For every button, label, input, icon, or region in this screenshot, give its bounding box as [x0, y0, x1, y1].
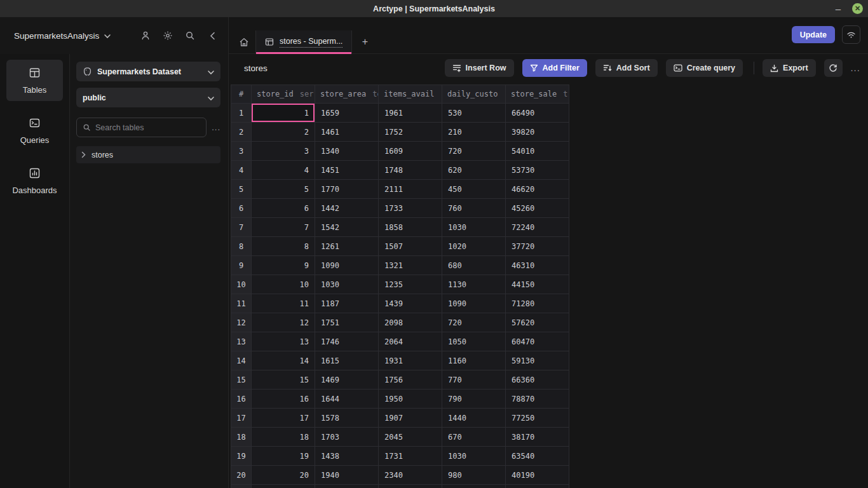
table-cell[interactable]: 720 — [442, 313, 506, 332]
table-cell[interactable]: 37720 — [506, 237, 569, 256]
column-header-store-id[interactable]: store_id ser — [252, 85, 315, 104]
table-cell[interactable]: 1090 — [315, 256, 379, 275]
table-cell[interactable]: 9 — [252, 256, 315, 275]
table-cell[interactable]: 2045 — [379, 428, 442, 447]
column-header-items-avail[interactable]: items_avail — [379, 85, 442, 104]
table-cell[interactable]: 4 — [252, 161, 315, 180]
table-cell[interactable]: 44150 — [506, 275, 569, 294]
export-button[interactable]: Export — [763, 59, 816, 77]
table-cell[interactable]: 1340 — [315, 142, 379, 161]
table-cell[interactable]: 7 — [252, 218, 315, 237]
table-cell[interactable]: 46620 — [506, 180, 569, 199]
table-cell[interactable]: 1752 — [379, 123, 442, 142]
account-icon[interactable] — [139, 29, 153, 43]
table-cell[interactable] — [252, 485, 315, 488]
table-cell[interactable]: 1950 — [379, 390, 442, 409]
table-cell[interactable]: 14 — [252, 351, 315, 370]
table-cell[interactable]: 1748 — [379, 161, 442, 180]
column-header-daily-custo[interactable]: daily_custo — [442, 85, 506, 104]
table-cell[interactable]: 13 — [252, 332, 315, 351]
table-cell[interactable]: 60470 — [506, 332, 569, 351]
table-cell[interactable]: 1931 — [379, 351, 442, 370]
table-cell[interactable]: 1770 — [315, 180, 379, 199]
table-cell[interactable]: 720 — [442, 142, 506, 161]
table-cell[interactable]: 1442 — [315, 199, 379, 218]
table-cell[interactable]: 1578 — [315, 409, 379, 428]
connection-status-button[interactable] — [842, 25, 860, 44]
refresh-button[interactable] — [824, 59, 843, 77]
table-cell[interactable]: 1746 — [315, 332, 379, 351]
column-header-rownum[interactable]: # — [231, 85, 252, 104]
table-cell[interactable]: 2098 — [379, 313, 442, 332]
table-cell[interactable]: 1321 — [379, 256, 442, 275]
table-cell[interactable]: 2111 — [379, 180, 442, 199]
table-cell[interactable]: 45260 — [506, 199, 569, 218]
table-cell[interactable]: 790 — [442, 390, 506, 409]
table-cell[interactable]: 2064 — [379, 332, 442, 351]
chevron-down-icon[interactable] — [104, 30, 111, 41]
schema-select[interactable]: public — [76, 88, 220, 107]
table-cell[interactable]: 1659 — [315, 104, 379, 123]
tab-stores[interactable]: stores - Superm... — [255, 30, 352, 53]
column-header-store-sale[interactable]: store_sale t — [506, 85, 569, 104]
table-cell[interactable]: 620 — [442, 161, 506, 180]
table-cell[interactable]: 53730 — [506, 161, 569, 180]
table-cell[interactable]: 210 — [442, 123, 506, 142]
table-cell[interactable] — [442, 485, 506, 488]
more-options-button[interactable]: ... — [851, 64, 860, 73]
table-cell[interactable]: 770 — [442, 370, 506, 390]
table-cell[interactable]: 8 — [252, 237, 315, 256]
table-cell[interactable]: 63540 — [506, 447, 569, 466]
table-cell[interactable]: 1438 — [315, 447, 379, 466]
table-cell[interactable]: 1609 — [379, 142, 442, 161]
table-cell[interactable]: 1030 — [442, 218, 506, 237]
home-icon[interactable] — [233, 30, 255, 53]
table-cell[interactable]: 1751 — [315, 313, 379, 332]
search-more-button[interactable]: ... — [212, 123, 220, 132]
table-cell[interactable]: 1160 — [442, 351, 506, 370]
table-cell[interactable]: 39820 — [506, 123, 569, 142]
update-button[interactable]: Update — [792, 26, 835, 43]
sidebar-item-dashboards[interactable]: Dashboards — [6, 160, 63, 201]
table-cell[interactable]: 16 — [252, 390, 315, 409]
table-cell[interactable]: 6 — [252, 199, 315, 218]
table-cell[interactable]: 1030 — [315, 275, 379, 294]
chevron-right-icon[interactable] — [81, 149, 86, 161]
table-cell[interactable]: 1542 — [315, 218, 379, 237]
add-filter-button[interactable]: Add Filter — [522, 59, 587, 77]
table-cell[interactable]: 17 — [252, 409, 315, 428]
table-cell[interactable]: 3 — [252, 142, 315, 161]
table-cell[interactable]: 1130 — [442, 275, 506, 294]
table-cell[interactable]: 1858 — [379, 218, 442, 237]
table-cell[interactable]: 15 — [252, 370, 315, 390]
table-cell[interactable]: 1451 — [315, 161, 379, 180]
add-sort-button[interactable]: Add Sort — [595, 59, 658, 77]
table-cell[interactable]: 57620 — [506, 313, 569, 332]
table-cell[interactable]: 680 — [442, 256, 506, 275]
table-cell[interactable]: 19 — [252, 447, 315, 466]
table-cell[interactable]: 2 — [252, 123, 315, 142]
table-cell[interactable]: 1440 — [442, 409, 506, 428]
table-cell[interactable]: 1507 — [379, 237, 442, 256]
table-cell[interactable]: 530 — [442, 104, 506, 123]
table-cell[interactable] — [379, 485, 442, 488]
table-cell[interactable]: 18 — [252, 428, 315, 447]
table-cell[interactable]: 1 — [252, 104, 315, 123]
dataset-select[interactable]: Supermarkets Dataset — [76, 62, 220, 81]
workspace-name[interactable]: SupermarketsAnalysis — [14, 31, 99, 41]
table-cell[interactable]: 450 — [442, 180, 506, 199]
table-cell[interactable]: 1235 — [379, 275, 442, 294]
gear-icon[interactable] — [161, 29, 175, 43]
table-cell[interactable]: 38170 — [506, 428, 569, 447]
table-cell[interactable]: 12 — [252, 313, 315, 332]
table-cell[interactable]: 760 — [442, 199, 506, 218]
table-cell[interactable]: 1461 — [315, 123, 379, 142]
close-button[interactable]: ✕ — [852, 3, 863, 14]
table-cell[interactable]: 46310 — [506, 256, 569, 275]
table-cell[interactable]: 1439 — [379, 294, 442, 313]
table-cell[interactable]: 5 — [252, 180, 315, 199]
new-tab-button[interactable]: + — [352, 30, 377, 53]
table-cell[interactable]: 1469 — [315, 370, 379, 390]
table-cell[interactable]: 670 — [442, 428, 506, 447]
table-cell[interactable]: 1731 — [379, 447, 442, 466]
